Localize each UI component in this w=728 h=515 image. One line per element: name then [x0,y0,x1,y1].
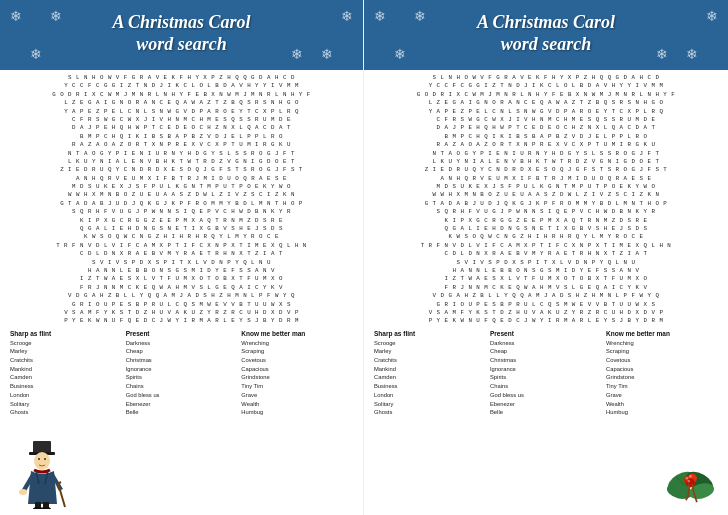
grid-row: M D S U K E X J S F P U L K G N T M P U … [370,183,722,191]
grid-row: G R I O U P E S B P R U L C Q S M W E V … [6,301,357,309]
page-header: ❄❄❄❄❄❄A Christmas Carolword search [0,0,363,70]
page-title: A Christmas Carolword search [477,12,615,55]
grid-row: C D L D N X R A E B V M Y R A E T R H N … [370,250,722,258]
word-item: London [374,391,486,400]
word-column-2: PresentDarknessCheapChristmasIgnoranceSp… [490,330,602,452]
word-column-3: Know me better manWrenchingScrapingCovet… [606,330,718,452]
grid-row: T R F N V D L V I F C A M X P T I F C X … [370,242,722,250]
word-item: Marley [374,347,486,356]
grid-row: S V I V S P D X S P I T X L V D N P Y Q … [6,259,357,267]
snowflake-icon: ❄ [394,46,406,62]
word-col-title: Know me better man [606,330,718,337]
grid-row: I Z T W A E S X L V T F U M X O T O B X … [370,275,722,283]
word-item: Christmas [490,356,602,365]
word-item: Humbug [606,408,718,417]
grid-row: A N H Q R V E U M X I F B T R J M I D U … [370,175,722,183]
grid-row: H A N N L E B B O N S G S M I D Y E F S … [370,267,722,275]
word-item: Cheap [126,347,238,356]
word-item: Capacious [241,365,353,374]
grid-row: G R I O U P E S B P R U L C Q S M W E V … [370,301,722,309]
wordsearch-grid: S L N H O W V F G R A V E K F H Y X P Z … [6,74,357,326]
grid-row: Z I E D R U Q Y C N D R D X E S O Q J G … [370,166,722,174]
grid-row: S L N H O W V F G R A V E K F H Y X P Z … [370,74,722,82]
holly-svg [663,454,718,509]
grid-row: K W S O Q W C N G Z H I H R H R Q Y L M … [6,233,357,241]
word-item: Ghosts [10,408,122,417]
grid-row: B M P C H Q I K I B S B A P B Z V D J E … [370,133,722,141]
word-item: Wrenching [241,339,353,348]
snowflake-icon: ❄ [706,8,718,24]
grid-row: D A J P E H Q H W P T C E D E O C H Z N … [6,124,357,132]
word-item: Scrooge [374,339,486,348]
word-item: Chains [490,382,602,391]
grid-row: C F R S W G C W X J I V H N M C H M E S … [6,116,357,124]
grid-row: S V I V S P D X S P I T X L V D N P Y Q … [370,259,722,267]
grid-row: P Y E K W N U F Q E D C J W Y I R M A R … [6,317,357,325]
snowflake-icon: ❄ [656,46,668,62]
word-item: Grindstone [606,373,718,382]
word-lists: Sharp as flintScroogeMarleyCratchitsMank… [6,326,357,437]
wordsearch-container: S L N H O W V F G R A V E K F H Y X P Z … [364,70,728,515]
word-item: Marley [10,347,122,356]
word-item: Tiny Tim [606,382,718,391]
grid-row: W W H X M N B O Z U E U A A S Z D W L Z … [370,191,722,199]
word-item: London [10,391,122,400]
page-header: ❄❄❄❄❄❄A Christmas Carolword search [364,0,728,70]
word-item: Tiny Tim [241,382,353,391]
wordsearch-container: S L N H O W V F G R A V E K F H Y X P Z … [0,70,363,515]
grid-row: Y C C F C G G I Z T N D J I K C L O L B … [370,82,722,90]
word-item: Covetous [606,356,718,365]
svg-point-20 [685,477,688,480]
word-item: Capacious [606,365,718,374]
snowflake-icon: ❄ [414,8,426,24]
scrooge-svg [13,439,68,509]
grid-row: F R J N N M C K E Q W A H M V S L G E Q … [6,284,357,292]
word-col-title: Present [490,330,602,337]
word-item: Chains [126,382,238,391]
grid-row: A N H Q R V E U M X I F B T R J M I D U … [6,175,357,183]
svg-point-2 [34,452,50,470]
svg-point-5 [19,489,27,495]
grid-row: V D G A H Z B L L Y Q Q A M J A D S H Z … [6,292,357,300]
grid-row: L Z E G A I G N O R A N C E Q A W A Z T … [6,99,357,107]
snowflake-icon: ❄ [30,46,42,62]
word-column-1: Sharp as flintScroogeMarleyCratchitsMank… [374,330,486,452]
grid-row: L K U Y N I A L E N V B H K T W T R D Z … [6,158,357,166]
bottom-area [370,452,722,513]
bottom-area [6,437,357,513]
grid-row: I Z T W A E S X L V T F U M X O T O B X … [6,275,357,283]
grid-row: H A N N L E B B O N S G S M I D Y E F S … [6,267,357,275]
grid-row: R A Z A O A Z O R T X N P R E X V C X P … [370,141,722,149]
grid-row: S Q R H F V U G J P W N N S I Q E P V C … [6,208,357,216]
snowflake-icon: ❄ [321,46,333,62]
word-item: Christmas [126,356,238,365]
grid-row: V S A M F Y K S T D Z H U V A K U Z Y R … [6,309,357,317]
word-item: Scraping [241,347,353,356]
word-item: Grindstone [241,373,353,382]
word-item: God bless us [490,391,602,400]
word-item: Belle [126,408,238,417]
grid-row: L K U Y N I A L E N V B H K T W T R D Z … [370,158,722,166]
word-item: Spirits [126,373,238,382]
word-item: God bless us [126,391,238,400]
word-column-2: PresentDarknessCheapChristmasIgnoranceSp… [126,330,238,437]
grid-row: N T A O G Y P I E N I U R N Y H D G Y S … [6,150,357,158]
grid-row: K W S O Q W C N G Z H I H R H R Q Y L M … [370,233,722,241]
grid-row: L Z E G A I G N O R A N C E Q A W A Z T … [370,99,722,107]
snowflake-icon: ❄ [341,8,353,24]
grid-row: Q G A L I E H D N G S N E T I X G B V S … [6,225,357,233]
svg-point-10 [41,507,51,509]
word-item: Grave [241,391,353,400]
svg-point-21 [689,475,692,478]
word-column-3: Know me better manWrenchingScrapingCovet… [241,330,353,437]
word-item: Cratchits [374,356,486,365]
word-item: Covetous [241,356,353,365]
svg-point-3 [38,458,40,460]
word-column-1: Sharp as flintScroogeMarleyCratchitsMank… [10,330,122,437]
word-item: Ignorance [490,365,602,374]
word-item: Ignorance [126,365,238,374]
word-item: Business [10,382,122,391]
grid-row: C D L D N X R A E B V M Y R A E T R H N … [6,250,357,258]
word-lists: Sharp as flintScroogeMarleyCratchitsMank… [370,326,722,452]
grid-row: G O D R I X C W M J M N R L N H Y F E B … [370,91,722,99]
